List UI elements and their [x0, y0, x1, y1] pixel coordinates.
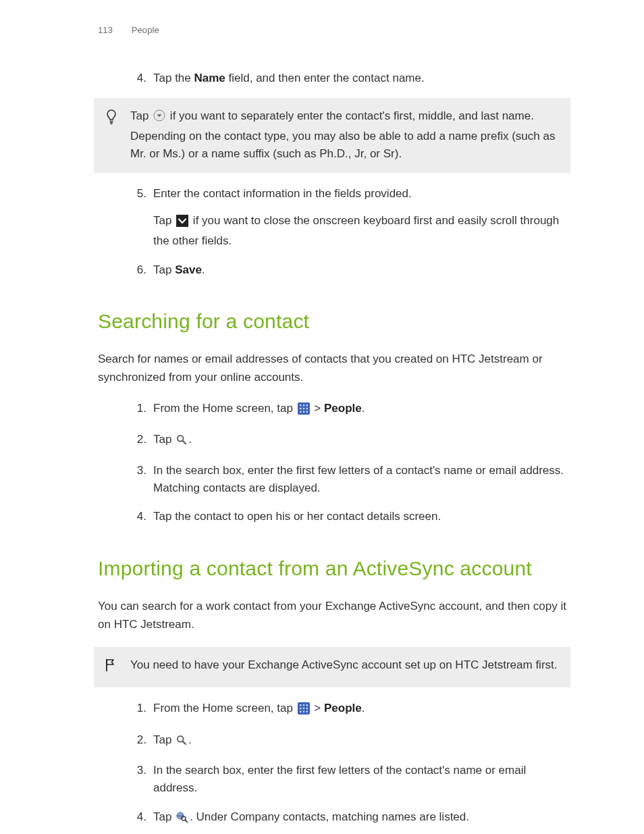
list-item: 4. Tap the contact to open his or her co… [98, 508, 566, 525]
svg-line-16 [183, 441, 186, 444]
svg-rect-22 [300, 708, 301, 709]
globe-search-icon [176, 810, 188, 828]
document-page: 113 People 4. Tap the Name field, and th… [0, 0, 644, 834]
step-body: Tap . [153, 731, 566, 751]
note-callout: You need to have your Exchange ActiveSyn… [94, 647, 570, 687]
ui-label-name: Name [194, 72, 225, 84]
step-number: 4. [134, 508, 153, 525]
svg-rect-20 [302, 704, 304, 706]
step-body: In the search box, enter the first few l… [153, 762, 566, 798]
step-number: 2. [134, 431, 153, 450]
step-body: From the Home screen, tap > People. [153, 700, 566, 720]
section-heading-searching: Searching for a contact [98, 306, 566, 338]
ui-label-people: People [324, 402, 362, 415]
svg-rect-9 [300, 408, 301, 409]
svg-rect-27 [306, 711, 307, 712]
list-item: 6. Tap Save. [98, 261, 566, 279]
svg-rect-8 [306, 405, 307, 406]
svg-rect-11 [306, 408, 307, 409]
svg-rect-24 [306, 708, 307, 709]
list-item: 4. Tap . Under Company contacts, matchin… [98, 808, 566, 828]
page-number: 113 [98, 25, 113, 35]
step-body: Tap the contact to open his or her conta… [153, 508, 566, 525]
step-number: 2. [134, 731, 153, 751]
step-number: 5. [134, 185, 153, 251]
step-body: Enter the contact information in the fie… [153, 185, 566, 251]
list-item: 4. Tap the Name field, and then enter th… [98, 70, 566, 87]
svg-rect-21 [306, 704, 307, 706]
section-heading-importing: Importing a contact from an ActiveSync a… [98, 553, 566, 585]
step-body: From the Home screen, tap > People. [153, 400, 566, 420]
tip-callout: Tap if you want to separately enter the … [94, 98, 570, 172]
step-body: Tap the Name field, and then enter the c… [153, 70, 566, 87]
svg-rect-12 [300, 411, 301, 413]
tip-text: Tap if you want to separately enter the … [130, 107, 560, 163]
step-number: 4. [134, 808, 153, 828]
svg-rect-7 [302, 405, 304, 406]
chapter-name: People [132, 25, 159, 35]
svg-rect-10 [302, 408, 304, 409]
svg-rect-14 [306, 411, 307, 413]
step-body: Tap . [153, 431, 566, 450]
list-item: 3. In the search box, enter the first fe… [98, 762, 566, 798]
search-icon [176, 733, 187, 751]
svg-rect-23 [302, 708, 304, 709]
chevron-down-icon [176, 215, 188, 232]
search-icon [176, 433, 187, 450]
ui-label-save: Save [175, 263, 202, 276]
step-number: 4. [134, 70, 153, 87]
list-item: 2. Tap . [98, 731, 566, 751]
list-item: 2. Tap . [98, 431, 566, 450]
svg-rect-25 [300, 711, 301, 712]
svg-rect-4 [176, 215, 188, 227]
ui-label-people: People [324, 702, 362, 714]
svg-line-32 [186, 820, 188, 822]
step-number: 3. [134, 462, 153, 498]
step-number: 3. [134, 762, 153, 798]
dropdown-arrow-icon [153, 109, 165, 127]
list-item: 5. Enter the contact information in the … [98, 185, 566, 251]
svg-rect-26 [302, 711, 304, 712]
apps-grid-icon [298, 402, 310, 420]
list-item: 1. From the Home screen, tap > People. [98, 400, 566, 420]
step-number: 1. [134, 400, 153, 420]
svg-rect-13 [302, 411, 304, 413]
step-body: In the search box, enter the first few l… [153, 462, 566, 498]
section-intro: Search for names or email addresses of c… [98, 350, 566, 386]
section-intro: You can search for a work contact from y… [98, 598, 566, 633]
lightbulb-icon [105, 109, 118, 125]
note-text: You need to have your Exchange ActiveSyn… [130, 656, 560, 678]
svg-line-29 [183, 741, 186, 744]
page-header: 113 People [98, 24, 566, 37]
step-number: 1. [134, 700, 153, 720]
svg-rect-19 [300, 704, 301, 706]
apps-grid-icon [298, 702, 310, 720]
list-item: 3. In the search box, enter the first fe… [98, 462, 566, 498]
step-body: Tap . Under Company contacts, matching n… [153, 808, 566, 828]
step-body: Tap Save. [153, 261, 566, 279]
list-item: 1. From the Home screen, tap > People. [98, 700, 566, 720]
flag-icon [105, 658, 117, 673]
svg-rect-6 [300, 405, 301, 406]
step-number: 6. [134, 261, 153, 279]
